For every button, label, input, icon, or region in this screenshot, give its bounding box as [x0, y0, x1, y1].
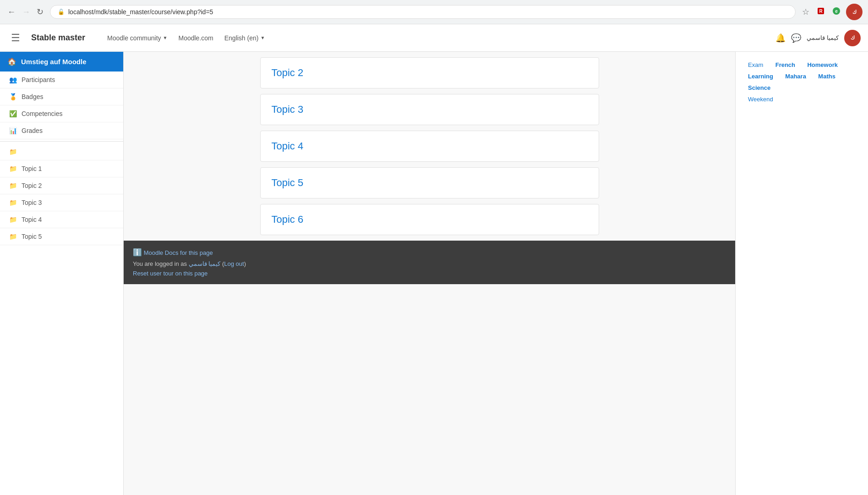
sidebar-participants-label: Participants — [22, 76, 55, 83]
user-avatar[interactable]: ك — [846, 4, 863, 20]
tag-learning[interactable]: Learning — [744, 72, 777, 81]
course-icon: 🏠 — [7, 57, 16, 66]
svg-text:R: R — [819, 9, 823, 14]
main-content: Topic 2 Topic 3 Topic 4 Topic 5 Topic 6 … — [124, 52, 735, 495]
nav-icons: 🔔 💬 كيميا قاسمي ك — [775, 30, 861, 46]
topic-link-2[interactable]: Topic 2 — [272, 67, 304, 78]
topic-section-6: Topic 6 — [260, 204, 599, 235]
tag-science[interactable]: Science — [744, 83, 774, 92]
topic-link-4[interactable]: Topic 4 — [272, 140, 304, 152]
content-inner: Topic 2 Topic 3 Topic 4 Topic 5 Topic 6 — [251, 52, 608, 235]
sidebar-item-topic1[interactable]: Topic 1 — [0, 160, 123, 177]
badge-icon — [9, 93, 17, 100]
sidebar-item-grades[interactable]: Grades — [0, 122, 123, 139]
moodle-docs-link[interactable]: Moodle Docs for this page — [144, 249, 213, 256]
browser-chrome: ← → ↻ 🔓 localhost/mdk/stable_master/cour… — [0, 0, 868, 24]
page-layout: 🏠 Umstieg auf Moodle Participants Badges… — [0, 52, 868, 495]
tag-mahara[interactable]: Mahara — [781, 72, 810, 81]
back-button[interactable]: ← — [5, 6, 17, 19]
sidebar-topic5-label: Topic 5 — [22, 233, 42, 240]
topic-section-2: Topic 2 — [260, 57, 599, 88]
sidebar-header-label: Umstieg auf Moodle — [21, 58, 87, 66]
folder-icon-topic3 — [9, 199, 17, 206]
topic-link-5[interactable]: Topic 5 — [272, 177, 304, 188]
footer-docs: Moodle Docs for this page — [133, 248, 726, 257]
tags-section: Exam French Homework Learning Mahara Mat… — [743, 59, 861, 105]
folder-icon-topic2 — [9, 182, 17, 189]
sidebar-divider — [0, 141, 123, 142]
footer-username[interactable]: كيميا قاسمي — [189, 260, 221, 267]
extension-button-2[interactable]: e — [830, 5, 842, 19]
nav-link-community[interactable]: Moodle community ▼ — [102, 34, 173, 42]
right-panel: Exam French Homework Learning Mahara Mat… — [735, 52, 868, 495]
sidebar: 🏠 Umstieg auf Moodle Participants Badges… — [0, 52, 124, 495]
sidebar-item-participants[interactable]: Participants — [0, 72, 123, 88]
sidebar-topic4-label: Topic 4 — [22, 216, 42, 223]
sidebar-item-badges[interactable]: Badges — [0, 88, 123, 105]
tag-homework[interactable]: Homework — [803, 60, 841, 69]
sidebar-topic1-label: Topic 1 — [22, 165, 42, 172]
sidebar-topic3-label: Topic 3 — [22, 199, 42, 206]
user-name-display: كيميا قاسمي — [807, 34, 839, 41]
sidebar-badges-label: Badges — [22, 93, 43, 100]
svg-text:e: e — [835, 9, 838, 14]
sidebar-item-topic4[interactable]: Topic 4 — [0, 211, 123, 228]
browser-nav: ← → ↻ — [5, 5, 45, 19]
sidebar-section: 🏠 Umstieg auf Moodle Participants Badges… — [0, 52, 123, 245]
site-title: Stable master — [31, 33, 85, 43]
top-nav: ☰ Stable master Moodle community ▼ Moodl… — [0, 24, 868, 52]
hamburger-menu[interactable]: ☰ — [7, 28, 24, 48]
url-text: localhost/mdk/stable_master/course/view.… — [68, 8, 213, 16]
tag-maths[interactable]: Maths — [814, 72, 839, 81]
moodle-footer: Moodle Docs for this page You are logged… — [124, 241, 735, 284]
tag-french[interactable]: French — [772, 60, 799, 69]
address-bar[interactable]: 🔓 localhost/mdk/stable_master/course/vie… — [50, 5, 796, 19]
topic-link-3[interactable]: Topic 3 — [272, 104, 304, 115]
reload-button[interactable]: ↻ — [35, 5, 45, 19]
tag-weekend[interactable]: Weekend — [744, 95, 777, 104]
lock-icon: 🔓 — [58, 9, 65, 15]
forward-button[interactable]: → — [20, 6, 32, 19]
topic-section-5: Topic 5 — [260, 167, 599, 198]
folder-icon-root — [9, 148, 17, 155]
sidebar-grades-label: Grades — [22, 127, 43, 134]
browser-actions: ☆ R e ك — [800, 4, 863, 20]
sidebar-item-topic2[interactable]: Topic 2 — [0, 177, 123, 194]
sidebar-competencies-label: Competencies — [22, 110, 63, 117]
bookmark-button[interactable]: ☆ — [800, 5, 811, 19]
top-nav-links: Moodle community ▼ Moodle.com English (e… — [102, 34, 270, 42]
nav-link-language[interactable]: English (en) ▼ — [219, 34, 271, 42]
grades-icon — [9, 127, 17, 134]
extension-button-1[interactable]: R — [815, 5, 827, 19]
logout-link[interactable]: Log out — [224, 260, 244, 267]
reset-tour-link[interactable]: Reset user tour on this page — [133, 270, 207, 277]
top-nav-avatar[interactable]: ك — [844, 30, 861, 46]
topic-link-6[interactable]: Topic 6 — [272, 214, 304, 225]
footer-info: You are logged in as كيميا قاسمي (Log ou… — [133, 260, 726, 267]
sidebar-topic2-label: Topic 2 — [22, 182, 42, 189]
sidebar-item-root[interactable] — [0, 143, 123, 160]
users-icon — [9, 76, 17, 83]
folder-icon-topic1 — [9, 165, 17, 172]
tag-exam[interactable]: Exam — [744, 60, 767, 69]
sidebar-item-topic5[interactable]: Topic 5 — [0, 228, 123, 245]
topic-section-3: Topic 3 — [260, 94, 599, 125]
info-icon — [133, 249, 142, 256]
competency-icon — [9, 110, 17, 117]
sidebar-header[interactable]: 🏠 Umstieg auf Moodle — [0, 52, 123, 72]
topic-section-4: Topic 4 — [260, 131, 599, 162]
sidebar-item-competencies[interactable]: Competencies — [0, 105, 123, 122]
nav-link-moodle[interactable]: Moodle.com — [173, 34, 218, 42]
folder-icon-topic5 — [9, 233, 17, 240]
folder-icon-topic4 — [9, 216, 17, 223]
logged-in-text: You are logged in as — [133, 260, 187, 267]
notifications-button[interactable]: 🔔 — [775, 33, 786, 43]
messages-button[interactable]: 💬 — [791, 33, 801, 43]
sidebar-item-topic3[interactable]: Topic 3 — [0, 194, 123, 211]
